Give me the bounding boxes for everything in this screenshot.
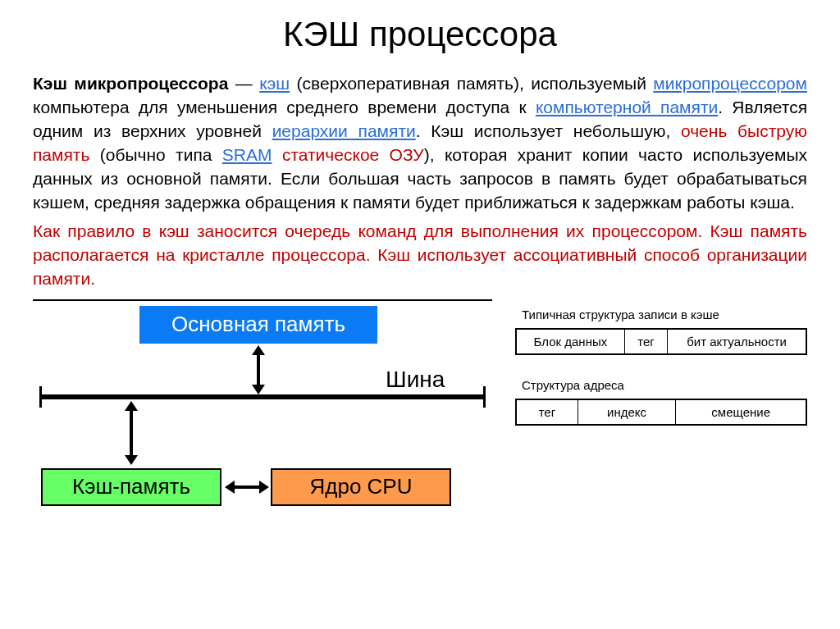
tables-area: Типичная структура записи в кэше Блок да…: [515, 299, 807, 529]
lead-term: Кэш микропроцессора: [33, 74, 228, 93]
sram-ru: статическое ОЗУ: [282, 145, 424, 164]
cell-addr-offset: смещение: [676, 399, 806, 425]
box-cache-memory: Кэш-память: [41, 468, 221, 506]
cache-diagram: Основная память Шина Кэш-память Ядро CPU: [33, 299, 492, 529]
link-computer-memory[interactable]: компьютерной памяти: [536, 98, 718, 116]
box-cpu-core: Ядро CPU: [271, 468, 451, 506]
cell-addr-index: индекс: [578, 399, 676, 425]
cell-addr-tag: тег: [516, 399, 578, 425]
bus-end-left: [39, 386, 42, 408]
address-structure-title: Структура адреса: [522, 378, 807, 392]
link-sram[interactable]: SRAM: [222, 145, 272, 164]
link-microprocessor[interactable]: микропроцессором: [653, 74, 807, 93]
slide-title: КЭШ процессора: [33, 15, 807, 54]
bus-label: Шина: [386, 367, 445, 393]
cell-valid-bit: бит актуальности: [668, 329, 806, 354]
bus-line: [39, 394, 486, 399]
cell-data-block: Блок данных: [516, 329, 624, 354]
link-memory-hierarchy[interactable]: иерархии памяти: [272, 121, 416, 140]
bus-end-right: [483, 386, 486, 408]
paragraph-definition: Кэш микропроцессора — кэш (сверхоператив…: [33, 72, 807, 215]
cache-record-table: Блок данных тег бит актуальности: [515, 328, 807, 355]
cache-record-title: Типичная структура записи в кэше: [522, 308, 807, 321]
box-main-memory: Основная память: [139, 306, 377, 344]
paragraph-note: Как правило в кэш заносится очередь кома…: [33, 220, 807, 291]
cell-tag: тег: [624, 329, 667, 354]
link-cache[interactable]: кэш: [259, 74, 290, 93]
address-structure-table: тег индекс смещение: [515, 399, 807, 426]
